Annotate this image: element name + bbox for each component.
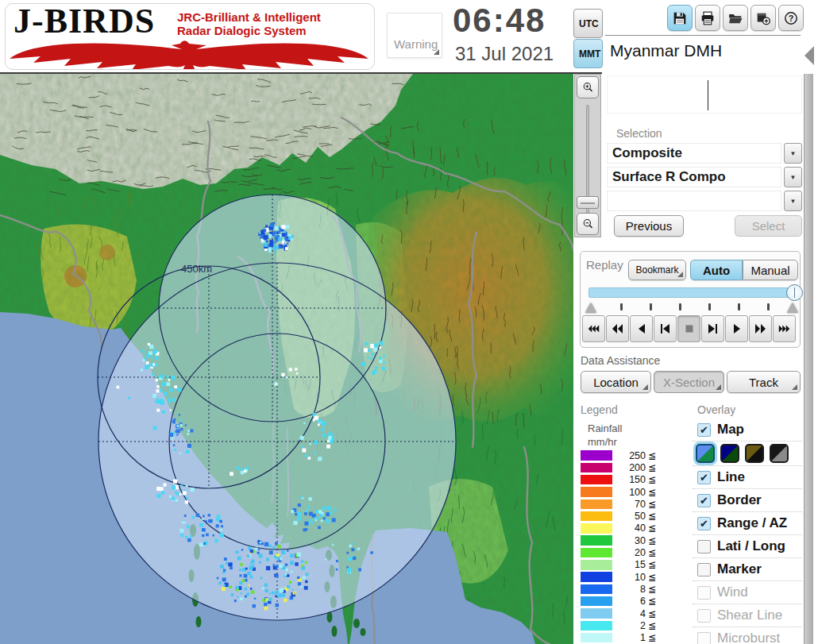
- zoom-in-button[interactable]: [577, 76, 599, 98]
- combo-composite: Composite ▼: [607, 143, 802, 164]
- map-style-swatch[interactable]: [745, 444, 764, 463]
- add-window-button[interactable]: [750, 5, 776, 31]
- warning-button[interactable]: Warning: [387, 13, 442, 58]
- text-cursor: [708, 80, 708, 110]
- checkbox[interactable]: ✔: [697, 494, 711, 507]
- legend-value: 200: [619, 462, 646, 473]
- previous-button[interactable]: Previous: [614, 215, 684, 237]
- x-section-button[interactable]: X-Section: [654, 371, 724, 393]
- rewind-fastest-button[interactable]: [582, 315, 605, 342]
- checkbox[interactable]: [697, 563, 711, 577]
- svg-text:?: ?: [789, 13, 794, 22]
- combo-extra-value[interactable]: [607, 191, 781, 211]
- legend-row: 250≦: [581, 449, 668, 461]
- legend-value: 50: [619, 511, 646, 522]
- play-icon: [732, 323, 742, 334]
- panel-scrollbar[interactable]: [804, 74, 813, 644]
- station-list-box[interactable]: [607, 75, 802, 114]
- combo-composite-dropdown-button[interactable]: ▼: [784, 143, 802, 164]
- step-back-button[interactable]: [654, 315, 677, 342]
- legend-row: 100≦: [581, 486, 668, 498]
- play-reverse-button[interactable]: [630, 315, 653, 342]
- overlay-item-label: Line: [717, 469, 745, 485]
- save-button[interactable]: [667, 5, 693, 31]
- bookmark-button[interactable]: Bookmark: [628, 260, 686, 280]
- rewind-fast-button[interactable]: [606, 315, 629, 342]
- legend-color-swatch: [581, 633, 612, 643]
- checkbox: [697, 609, 711, 623]
- legend-color-swatch: [581, 523, 612, 534]
- less-than-equal-icon: ≦: [648, 596, 656, 607]
- checkbox[interactable]: ✔: [697, 517, 711, 530]
- data-assistance-label: Data Assistance: [581, 354, 660, 367]
- help-icon: ?: [784, 10, 798, 26]
- less-than-equal-icon: ≦: [648, 511, 656, 522]
- logo-title: J-BIRDS: [14, 3, 155, 41]
- forward-fast-button[interactable]: [749, 315, 772, 342]
- help-button[interactable]: ?: [778, 5, 804, 31]
- overlay-item-label: Marker: [717, 561, 762, 577]
- legend-color-swatch: [581, 596, 612, 607]
- open-file-button[interactable]: [723, 5, 748, 31]
- map-style-swatch[interactable]: [720, 444, 739, 463]
- combo-composite-value[interactable]: Composite: [607, 143, 781, 164]
- radar-map-canvas: 450km: [0, 74, 573, 644]
- replay-progress-slider[interactable]: [588, 287, 797, 298]
- radar-map[interactable]: 450km: [0, 74, 573, 644]
- combo-product-value[interactable]: Surface R Compo: [607, 167, 781, 187]
- legend-color-swatch: [581, 535, 612, 546]
- play-reverse-icon: [637, 323, 646, 334]
- play-button[interactable]: [725, 315, 748, 342]
- legend-row: 20≦: [581, 546, 668, 558]
- zoom-out-icon: [582, 215, 593, 233]
- combo-product: Surface R Compo ▼: [607, 167, 802, 187]
- checkbox[interactable]: [697, 540, 711, 553]
- mmt-toggle-button[interactable]: MMT: [573, 39, 603, 68]
- corner-triangle-icon: [642, 384, 648, 390]
- legend-value: 100: [619, 487, 646, 498]
- checkbox[interactable]: ✔: [697, 423, 711, 437]
- overlay-item-marker: Marker: [693, 558, 802, 581]
- legend-color-swatch: [581, 560, 612, 570]
- slider-handle[interactable]: [786, 284, 803, 301]
- combo-product-dropdown-button[interactable]: ▼: [784, 167, 802, 187]
- corner-triangle-icon: [792, 384, 797, 390]
- legend-label: Legend: [581, 403, 618, 416]
- map-style-swatch[interactable]: [770, 444, 789, 463]
- location-button[interactable]: Location: [581, 371, 651, 393]
- less-than-equal-icon: ≦: [648, 620, 656, 631]
- zoom-out-button[interactable]: [577, 213, 599, 235]
- combo-extra-dropdown-button[interactable]: ▼: [784, 191, 802, 211]
- stop-button[interactable]: [677, 315, 700, 342]
- range-start-marker-icon[interactable]: [585, 303, 596, 313]
- step-forward-icon: [708, 323, 718, 334]
- forward-fastest-button[interactable]: [773, 315, 796, 342]
- range-end-marker-icon[interactable]: [787, 303, 798, 313]
- legend-row: 4≦: [581, 607, 668, 619]
- panel-collapse-arrow-icon[interactable]: [804, 46, 814, 65]
- select-button[interactable]: Select: [735, 215, 802, 237]
- selection-label: Selection: [616, 127, 662, 140]
- less-than-equal-icon: ≦: [648, 632, 656, 643]
- overlay-item-lati-long: Lati / Long: [693, 535, 802, 558]
- print-button[interactable]: [695, 5, 720, 31]
- step-forward-button[interactable]: [701, 315, 724, 342]
- legend-value: 4: [619, 608, 646, 619]
- utc-toggle-button[interactable]: UTC: [573, 9, 603, 38]
- less-than-equal-icon: ≦: [648, 572, 656, 583]
- replay-tick: [738, 303, 740, 310]
- manual-mode-button[interactable]: Manual: [743, 260, 798, 280]
- zoom-slider-thumb[interactable]: [577, 196, 599, 209]
- track-button[interactable]: Track: [727, 371, 801, 393]
- auto-mode-button[interactable]: Auto: [690, 260, 743, 280]
- checkbox: [697, 586, 711, 600]
- less-than-equal-icon: ≦: [648, 608, 656, 619]
- legend-color-swatch: [581, 572, 612, 582]
- legend-row: 10≦: [581, 571, 668, 583]
- legend-unit-line2: mm/hr: [588, 436, 617, 448]
- checkbox[interactable]: ✔: [697, 471, 711, 484]
- header: J-BIRDS JRC-Brilliant & Intelligent Rada…: [0, 0, 818, 72]
- legend-color-swatch: [581, 463, 612, 473]
- legend-row: 150≦: [581, 474, 668, 486]
- map-style-swatch[interactable]: [696, 444, 715, 463]
